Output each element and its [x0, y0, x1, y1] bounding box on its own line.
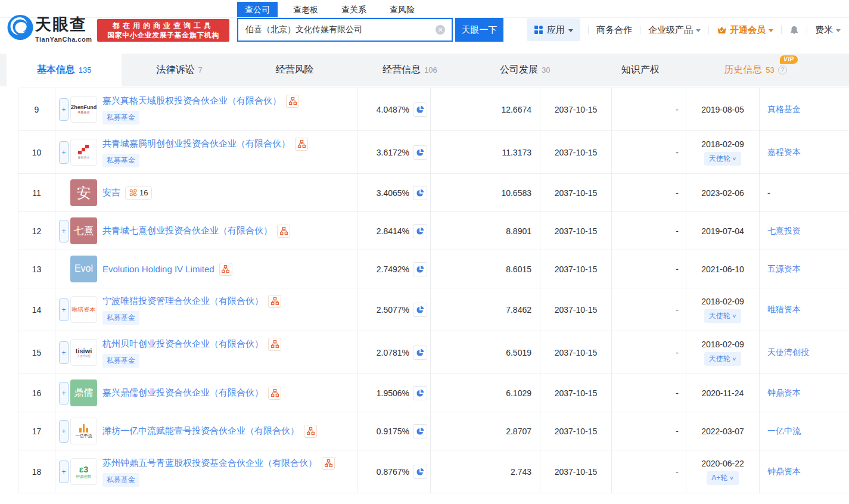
search-button[interactable]: 天眼一下 [455, 18, 503, 42]
company-name-link[interactable]: 嘉兴鼎儒创业投资合伙企业（有限合伙） [102, 387, 263, 399]
company-name-link[interactable]: Evolution Holding IV Limited [102, 264, 214, 274]
equity-structure-icon[interactable] [268, 295, 281, 308]
equity-structure-icon[interactable] [268, 338, 281, 351]
subscribed-amount: 8.6015 [431, 250, 540, 288]
subscribe-date: 2037-10-15 [540, 412, 612, 450]
round-label: A+轮 [711, 473, 727, 483]
investor-link[interactable]: 钟鼎资本 [767, 388, 801, 399]
brand[interactable]: 天眼查 TianYanCha.com [35, 14, 92, 43]
tab-1[interactable]: 基本信息135 [7, 54, 122, 86]
expand-button[interactable]: + [59, 461, 69, 483]
user-menu[interactable]: 费米 [815, 24, 841, 36]
investor-link[interactable]: 天使湾创投 [767, 347, 809, 358]
help-icon[interactable]: ? [778, 66, 787, 74]
equity-structure-icon[interactable] [295, 138, 308, 151]
clear-search-icon[interactable]: ✕ [436, 25, 445, 35]
search-type-tab-2[interactable]: 查老板 [285, 2, 326, 17]
enterprise-products-menu[interactable]: 企业级产品 [648, 24, 701, 36]
company-name-link[interactable]: 共青城嘉腾明创创业投资合伙企业（有限合伙） [102, 138, 290, 150]
search-input[interactable] [237, 18, 453, 42]
search-type-tab-1[interactable]: 查公司 [237, 2, 278, 17]
tab-7[interactable]: 历史信息53VIP? [698, 54, 813, 86]
related-count-badge[interactable]: 16 [125, 186, 152, 200]
private-fund-tag: 私募基金 [102, 311, 139, 325]
funding-round-tag[interactable]: 天使轮∨ [704, 152, 741, 166]
company-name-block: 安吉16 [102, 186, 152, 200]
ratio-pie-button[interactable] [413, 186, 427, 200]
apps-menu[interactable]: 应用 [527, 18, 580, 41]
investor-cell: 一亿中流 [760, 412, 849, 450]
paid-amount: - [612, 88, 686, 130]
ratio-pie-button[interactable] [413, 145, 427, 160]
expand-button[interactable]: + [59, 98, 69, 121]
equity-structure-icon[interactable] [286, 95, 299, 108]
equity-structure-icon[interactable] [322, 457, 335, 470]
funding-round-tag[interactable]: A+轮∨ [707, 471, 738, 485]
investor-cell: - [760, 174, 849, 211]
expand-button[interactable]: + [59, 141, 69, 164]
ratio-pie-button[interactable] [413, 102, 427, 117]
business-cooperation-link[interactable]: 商务合作 [596, 24, 632, 36]
ratio-pie-button[interactable] [413, 262, 427, 276]
investor-cell: 七熹投资 [760, 212, 849, 250]
investor-link[interactable]: 五源资本 [767, 264, 801, 275]
funding-round-tag[interactable]: 天使轮∨ [704, 352, 741, 366]
tab-4[interactable]: 经营信息106 [352, 54, 467, 86]
expand-button[interactable]: + [59, 382, 69, 405]
investor-link[interactable]: 钟鼎资本 [767, 466, 801, 477]
investor-link[interactable]: 唯猎资本 [767, 304, 801, 315]
ratio-cell: 2.5077% [357, 288, 431, 331]
notifications-bell[interactable] [789, 25, 799, 35]
tab-2[interactable]: 法律诉讼7 [122, 54, 237, 86]
company-name-link[interactable]: 杭州贝叶创业投资合伙企业（有限合伙） [102, 338, 263, 350]
expand-button[interactable]: + [59, 420, 69, 443]
tab-5[interactable]: 公司发展30 [468, 54, 583, 86]
ratio-pie-button[interactable] [413, 465, 427, 479]
company-name-block: 嘉兴真格天域股权投资合伙企业（有限合伙）私募基金 [102, 95, 299, 125]
ratio-pie-button[interactable] [413, 224, 427, 238]
equity-structure-icon[interactable] [268, 387, 281, 400]
equity-structure-icon[interactable] [304, 425, 317, 438]
invest-date-cell: 2018-02-09天使轮∨ [686, 288, 760, 331]
ratio-cell: 3.4065% [357, 174, 431, 211]
subscribed-amount: 12.6674 [431, 88, 540, 130]
search-type-tab-4[interactable]: 查风险 [382, 2, 422, 17]
tab-6[interactable]: 知识产权 [583, 54, 698, 86]
invest-date-cell: 2018-02-09天使轮∨ [686, 331, 760, 374]
logo-text: 鼎儒 [74, 387, 94, 398]
open-vip-menu[interactable]: 开通会员 [717, 24, 773, 36]
investor-link[interactable]: 七熹投资 [767, 226, 801, 237]
company-cell: EvolEvolution Holding IV Limited [55, 250, 357, 288]
expand-button[interactable]: + [59, 298, 69, 321]
investor-cell: 五源资本 [760, 250, 849, 288]
investor-link[interactable]: 嘉程资本 [767, 147, 801, 158]
expand-button[interactable]: + [59, 220, 69, 242]
investor-link[interactable]: 一亿中流 [767, 426, 801, 437]
company-name-link[interactable]: 安吉 [102, 187, 120, 198]
search-type-tab-3[interactable]: 查关系 [334, 2, 374, 17]
funding-round-tag[interactable]: 天使轮∨ [704, 309, 741, 323]
private-fund-tag: 私募基金 [102, 111, 139, 125]
ratio-pie-button[interactable] [413, 424, 427, 438]
investor-link[interactable]: 真格基金 [767, 104, 801, 115]
company-name-link[interactable]: 苏州钟鼎五号青蓝股权投资基金合伙企业（有限合伙） [102, 458, 317, 469]
table-row: 9+ZhenFund真格基金嘉兴真格天域股权投资合伙企业（有限合伙）私募基金4.… [18, 88, 849, 131]
expand-button[interactable]: + [59, 341, 69, 364]
invest-date-cell: 2021-06-10 [686, 250, 760, 288]
equity-structure-icon[interactable] [219, 263, 232, 276]
equity-structure-icon[interactable] [277, 225, 290, 238]
company-name-link[interactable]: 嘉兴真格天域股权投资合伙企业（有限合伙） [102, 95, 281, 107]
company-name-link[interactable]: 宁波唯猎投资管理合伙企业（有限合伙） [102, 295, 263, 307]
company-name-link[interactable]: 共青城七熹创业投资合伙企业（有限合伙） [102, 225, 272, 237]
ratio-pie-button[interactable] [413, 303, 427, 317]
company-name-link[interactable]: 潍坊一亿中流赋能壹号投资合伙企业（有限合伙） [102, 425, 299, 437]
ratio-pie-button[interactable] [413, 386, 427, 400]
company-cell: 安安吉16 [55, 174, 357, 211]
invest-date-cell: 2020-06-22A+轮∨ [686, 450, 760, 493]
tab-3[interactable]: 经营风险 [237, 54, 352, 86]
subscribed-amount: 2.743 [431, 450, 540, 493]
ratio-cell: 0.8767% [357, 450, 431, 493]
ratio-pie-button[interactable] [413, 346, 427, 360]
shareholding-ratio: 0.8767% [377, 467, 409, 477]
invest-date-cell: 2022-03-07 [686, 412, 760, 450]
